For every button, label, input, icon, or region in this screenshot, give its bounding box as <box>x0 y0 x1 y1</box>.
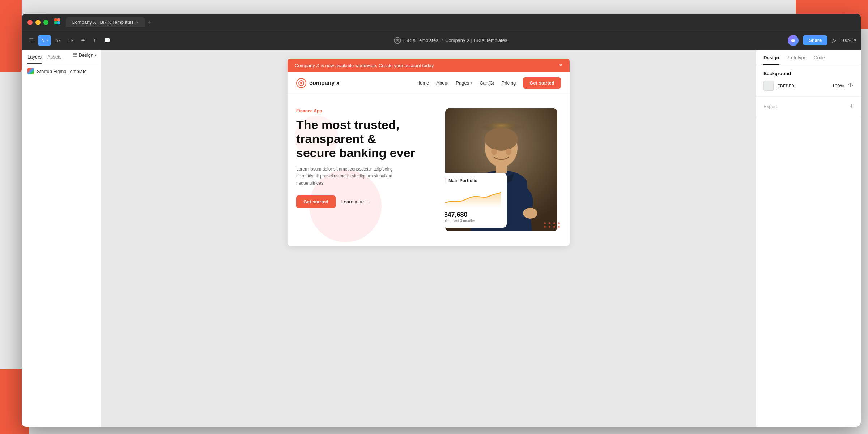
shape-chevron: ▾ <box>72 39 74 42</box>
main-content: Layers Assets Design ▾ Startup Figma <box>22 50 861 427</box>
svg-rect-1 <box>57 18 60 21</box>
frame-tool[interactable]: # ▾ <box>52 35 64 46</box>
comment-icon: 💬 <box>104 37 111 44</box>
nav-about[interactable]: About <box>436 80 448 86</box>
breadcrumb-workspace: [BRIX Templates] <box>403 38 439 43</box>
nav-pages[interactable]: Pages ▾ <box>456 80 472 86</box>
layers-tab[interactable]: Layers <box>27 54 42 64</box>
new-tab-button[interactable]: + <box>148 19 151 26</box>
svg-rect-10 <box>75 56 77 57</box>
hero-description: Lorem ipsum dolor sit amet consectetur a… <box>296 166 397 187</box>
sidebar-right: Design Prototype Code Background EBEDED … <box>756 50 861 427</box>
minimize-button[interactable] <box>35 20 41 25</box>
background-hex-value[interactable]: EBEDED <box>777 83 829 89</box>
pen-tool[interactable]: ✒ <box>78 35 89 46</box>
nav-cart[interactable]: Cart(3) <box>480 80 494 86</box>
notification-bar: Company X is now available worldwide. Cr… <box>288 59 570 72</box>
right-tab-design[interactable]: Design <box>763 55 779 65</box>
cursor-icon: ↖ <box>41 37 46 44</box>
hero-buttons: Get started Learn more → <box>296 195 438 208</box>
assets-tab[interactable]: Assets <box>47 54 61 64</box>
hero-person-image: 📈 Main Portfolio <box>445 108 557 231</box>
portfolio-card-header: 📈 Main Portfolio <box>445 178 501 184</box>
portfolio-card: 📈 Main Portfolio <box>445 173 507 228</box>
nav-cta-button[interactable]: Get started <box>523 77 561 89</box>
svg-point-16 <box>485 128 518 151</box>
right-tab-prototype[interactable]: Prototype <box>786 55 807 65</box>
svg-point-19 <box>506 149 511 155</box>
sidebar-left: Layers Assets Design ▾ Startup Figma <box>22 50 101 427</box>
nav-home[interactable]: Home <box>417 80 429 86</box>
select-chevron: ▾ <box>46 39 48 42</box>
export-row: Export + <box>763 103 854 110</box>
get-started-button[interactable]: Get started <box>296 195 336 208</box>
text-icon: T <box>93 37 96 43</box>
breadcrumb-separator: / <box>442 38 443 43</box>
pen-icon: ✒ <box>81 37 86 44</box>
titlebar: Company X | BRIX Templates × + <box>22 14 861 31</box>
shape-tool[interactable]: □ ▾ <box>65 35 77 46</box>
svg-point-18 <box>491 149 497 155</box>
text-tool[interactable]: T <box>90 35 99 46</box>
hero-content-right: 📈 Main Portfolio <box>445 108 561 231</box>
svg-rect-17 <box>496 164 507 173</box>
select-tool[interactable]: ↖ ▾ <box>38 35 51 46</box>
learn-more-button[interactable]: Learn more → <box>341 199 371 205</box>
app-window: Company X | BRIX Templates × + ☰ ↖ ▾ # ▾… <box>22 14 861 427</box>
user-avatar[interactable] <box>788 35 799 46</box>
comment-tool[interactable]: 💬 <box>101 35 114 46</box>
svg-rect-3 <box>57 21 60 24</box>
design-chevron-icon: ▾ <box>95 53 97 57</box>
design-frame: Company X is now available worldwide. Cr… <box>288 59 570 246</box>
svg-rect-2 <box>54 21 57 24</box>
export-add-button[interactable]: + <box>850 103 854 110</box>
background-opacity-value[interactable]: 100% <box>832 83 844 89</box>
close-button[interactable] <box>27 20 33 25</box>
svg-rect-8 <box>75 53 77 55</box>
menu-button[interactable]: ☰ <box>26 35 37 46</box>
visibility-toggle-icon[interactable]: 👁 <box>848 82 854 89</box>
background-color-swatch[interactable] <box>763 81 774 91</box>
play-button[interactable]: ▷ <box>832 37 836 44</box>
svg-point-21 <box>523 208 537 219</box>
line-chart-svg <box>445 186 501 208</box>
logo-text: company x <box>309 80 340 86</box>
share-button[interactable]: Share <box>803 35 827 45</box>
breadcrumb-file: Company X | BRIX Templates <box>445 38 507 43</box>
pages-chevron-icon: ▾ <box>471 81 472 85</box>
tab-title: Company X | BRIX Templates <box>72 20 134 25</box>
design-icon <box>72 53 77 58</box>
window-controls <box>27 20 48 25</box>
active-tab[interactable]: Company X | BRIX Templates × <box>66 17 145 27</box>
svg-point-5 <box>396 39 399 41</box>
frame-chevron: ▾ <box>59 39 61 42</box>
shape-icon: □ <box>68 37 71 43</box>
notification-close-button[interactable]: × <box>559 62 562 69</box>
export-section: Export + <box>756 97 861 116</box>
portfolio-title: Main Portfolio <box>448 178 477 183</box>
toolbar-breadcrumb: [BRIX Templates] / Company X | BRIX Temp… <box>116 37 785 44</box>
zoom-control[interactable]: 100% ▾ <box>841 38 856 43</box>
maximize-button[interactable] <box>43 20 48 25</box>
tab-close-icon[interactable]: × <box>137 20 139 25</box>
layer-item[interactable]: Startup Figma Template <box>22 64 101 78</box>
layer-figma-icon <box>27 68 34 74</box>
corner-decoration-tl <box>0 0 22 72</box>
portfolio-profit-label: Profit in last 3 months <box>445 219 501 223</box>
right-tab-code[interactable]: Code <box>814 55 825 65</box>
canvas-area[interactable]: Company X is now available worldwide. Cr… <box>101 50 756 427</box>
toolbar-tools: ☰ ↖ ▾ # ▾ □ ▾ ✒ T 💬 <box>26 35 114 46</box>
nav-pricing[interactable]: Pricing <box>502 80 516 86</box>
notification-text: Company X is now available worldwide. Cr… <box>295 63 434 68</box>
frame-icon: # <box>55 37 58 43</box>
toolbar-right: Share ▷ 100% ▾ <box>788 35 856 46</box>
background-section: Background EBEDED 100% 👁 <box>756 65 861 97</box>
layer-name: Startup Figma Template <box>37 69 87 74</box>
nav-links: Home About Pages ▾ Cart(3) Pricing Get s… <box>417 77 561 89</box>
design-tab-label[interactable]: Design <box>79 52 93 58</box>
red-dots-decoration <box>544 222 561 228</box>
svg-point-12 <box>300 82 302 84</box>
background-section-title: Background <box>763 71 854 76</box>
figma-logo-icon <box>54 18 60 26</box>
svg-rect-0 <box>54 18 57 21</box>
